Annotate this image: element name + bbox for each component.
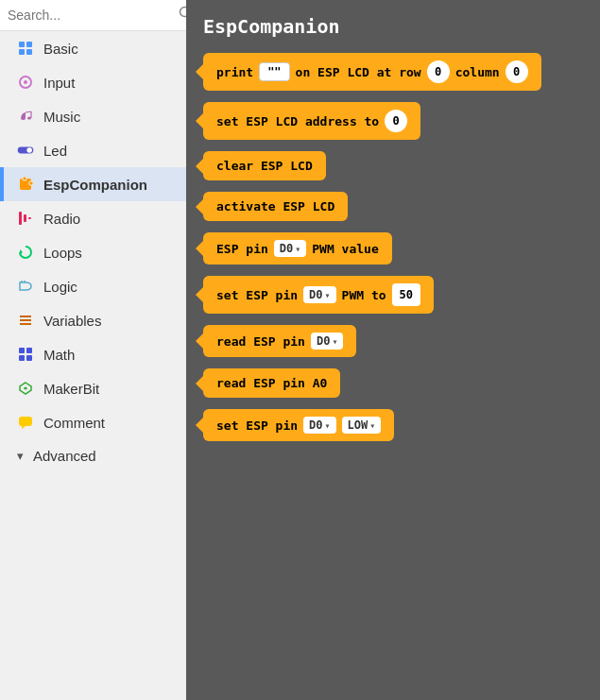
music-icon bbox=[17, 108, 34, 125]
svg-rect-25 bbox=[19, 348, 25, 353]
block-text: ESP pin bbox=[216, 242, 268, 256]
search-icon bbox=[179, 6, 186, 25]
sidebar-item-loops[interactable]: Loops bbox=[0, 235, 186, 269]
set-lcd-address-block[interactable]: set ESP LCD address to 0 bbox=[203, 102, 420, 140]
sidebar-item-led[interactable]: Led bbox=[0, 133, 186, 167]
blocks-area: print "" on ESP LCD at row 0 column 0 se… bbox=[186, 47, 600, 460]
svg-rect-27 bbox=[19, 355, 25, 361]
svg-point-12 bbox=[26, 147, 32, 153]
block-text: clear ESP LCD bbox=[216, 159, 313, 173]
clear-lcd-block[interactable]: clear ESP LCD bbox=[203, 151, 326, 180]
sidebar-item-comment[interactable]: Comment bbox=[0, 405, 186, 439]
block-text: activate ESP LCD bbox=[216, 199, 334, 213]
svg-rect-15 bbox=[29, 181, 33, 185]
print-block[interactable]: print "" on ESP LCD at row 0 column 0 bbox=[203, 53, 541, 91]
sidebar-item-label: Loops bbox=[43, 245, 82, 261]
sidebar-item-variables[interactable]: Variables bbox=[0, 303, 186, 337]
sidebar-item-label: Radio bbox=[43, 211, 80, 227]
logic-icon bbox=[17, 278, 34, 295]
svg-marker-30 bbox=[22, 426, 26, 429]
block-text: PWM value bbox=[312, 242, 378, 256]
sidebar-item-basic[interactable]: Basic bbox=[0, 31, 186, 65]
block-text: column bbox=[455, 65, 500, 79]
sidebar-item-advanced[interactable]: ▾ Advanced bbox=[0, 439, 186, 472]
sidebar-item-label: Input bbox=[43, 75, 75, 91]
svg-rect-17 bbox=[24, 214, 26, 222]
sidebar-item-espcompanion[interactable]: EspCompanion bbox=[0, 167, 186, 201]
sidebar-item-label: Variables bbox=[43, 313, 101, 329]
string-value: "" bbox=[259, 62, 289, 81]
sidebar-item-label: Led bbox=[43, 143, 67, 159]
address-value: 0 bbox=[385, 110, 407, 132]
svg-line-9 bbox=[26, 111, 31, 112]
sidebar: Basic Input Music Led EspCompanion bbox=[0, 0, 186, 700]
level-dropdown[interactable]: LOW ▾ bbox=[342, 417, 382, 434]
set-esp-pin-pwm-block[interactable]: set ESP pin D0 ▾ PWM to 50 bbox=[203, 276, 434, 314]
svg-rect-16 bbox=[19, 212, 22, 225]
block-text: set ESP pin bbox=[216, 418, 298, 433]
nav-items: Basic Input Music Led EspCompanion bbox=[0, 31, 186, 700]
sidebar-item-radio[interactable]: Radio bbox=[0, 201, 186, 235]
sidebar-item-label: EspCompanion bbox=[43, 177, 147, 193]
pwm-value: 50 bbox=[392, 283, 420, 306]
read-esp-pin-a0-block[interactable]: read ESP pin A0 bbox=[203, 368, 340, 398]
sidebar-item-math[interactable]: Math bbox=[0, 337, 186, 371]
radio-icon bbox=[17, 210, 34, 227]
svg-rect-28 bbox=[26, 355, 32, 361]
page-title: EspCompanion bbox=[186, 0, 600, 47]
sidebar-item-label: Math bbox=[43, 347, 75, 363]
set-esp-pin-low-block[interactable]: set ESP pin D0 ▾ LOW ▾ bbox=[203, 409, 394, 441]
main-area: EspCompanion print "" on ESP LCD at row … bbox=[186, 0, 600, 700]
sidebar-item-label: Logic bbox=[43, 279, 77, 295]
svg-rect-14 bbox=[23, 177, 26, 180]
column-value: 0 bbox=[506, 60, 528, 83]
maker-icon bbox=[17, 380, 34, 397]
svg-rect-4 bbox=[19, 49, 25, 55]
variables-icon bbox=[17, 312, 34, 329]
svg-point-7 bbox=[24, 80, 27, 84]
sidebar-item-label: Comment bbox=[43, 415, 105, 431]
block-text: print bbox=[216, 65, 253, 79]
sidebar-item-label: Music bbox=[43, 109, 80, 125]
search-bar bbox=[0, 0, 186, 31]
chevron-down-icon: ▾ bbox=[17, 449, 24, 463]
pin-dropdown-4[interactable]: D0 ▾ bbox=[303, 417, 335, 434]
toggle-icon bbox=[17, 142, 34, 159]
block-text: read ESP pin A0 bbox=[216, 376, 327, 390]
pin-dropdown[interactable]: D0 ▾ bbox=[274, 240, 306, 257]
svg-marker-19 bbox=[20, 249, 23, 255]
comment-icon bbox=[17, 414, 34, 431]
circle-icon bbox=[17, 74, 34, 91]
svg-rect-26 bbox=[26, 348, 32, 353]
grid-icon bbox=[17, 40, 34, 57]
block-text: PWM to bbox=[342, 288, 386, 302]
pin-dropdown-2[interactable]: D0 ▾ bbox=[303, 286, 335, 303]
puzzle-icon bbox=[17, 176, 34, 193]
svg-rect-5 bbox=[26, 49, 32, 55]
row-value: 0 bbox=[427, 60, 450, 83]
block-text: set ESP pin bbox=[216, 288, 298, 302]
svg-rect-3 bbox=[26, 42, 32, 47]
sidebar-item-logic[interactable]: Logic bbox=[0, 269, 186, 303]
sidebar-item-label: MakerBit bbox=[43, 381, 99, 397]
loop-icon bbox=[17, 244, 34, 261]
sidebar-item-label: Advanced bbox=[33, 448, 96, 464]
activate-lcd-block[interactable]: activate ESP LCD bbox=[203, 192, 348, 221]
block-text: set ESP LCD address to bbox=[216, 114, 379, 128]
svg-rect-2 bbox=[19, 42, 25, 47]
block-text: read ESP pin bbox=[216, 334, 305, 349]
sidebar-item-music[interactable]: Music bbox=[0, 99, 186, 133]
esp-pin-pwm-block[interactable]: ESP pin D0 ▾ PWM value bbox=[203, 232, 392, 265]
math-icon bbox=[17, 346, 34, 363]
pin-dropdown-3[interactable]: D0 ▾ bbox=[311, 333, 343, 350]
svg-rect-18 bbox=[28, 217, 31, 219]
read-esp-pin-do-block[interactable]: read ESP pin D0 ▾ bbox=[203, 325, 356, 357]
sidebar-item-makerbit[interactable]: MakerBit bbox=[0, 371, 186, 405]
sidebar-item-label: Basic bbox=[43, 41, 78, 57]
sidebar-item-input[interactable]: Input bbox=[0, 65, 186, 99]
block-text: on ESP LCD at row bbox=[296, 65, 421, 79]
svg-rect-29 bbox=[19, 417, 32, 426]
search-input[interactable] bbox=[8, 8, 173, 23]
